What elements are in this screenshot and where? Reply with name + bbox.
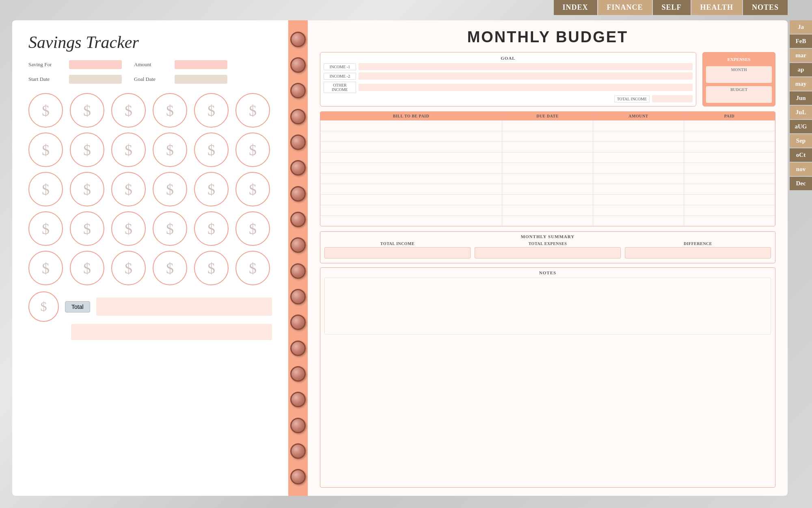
month-dec[interactable]: Dec [790, 177, 812, 190]
other-income-label: OTHER INCOME [324, 82, 356, 93]
budget-field[interactable] [707, 93, 771, 102]
dollar-circle[interactable]: $ [70, 93, 104, 128]
dollar-circle[interactable]: $ [28, 251, 63, 285]
dollar-circle[interactable]: $ [111, 251, 146, 285]
dollar-circle[interactable]: $ [111, 132, 146, 167]
total-button[interactable]: Total [65, 301, 90, 313]
start-date-label: Start Date [28, 76, 61, 82]
dollar-circle[interactable]: $ [153, 251, 187, 285]
bills-data-row [320, 184, 775, 194]
spiral-ring [290, 109, 306, 124]
saving-for-label: Saving For [28, 61, 61, 68]
month-oct[interactable]: oCt [790, 148, 812, 162]
bills-table: BILL TO BE PAID DUE DATE AMOUNT PAID [320, 111, 775, 226]
total-income-row: TOTAL INCOME [324, 95, 693, 102]
dollar-circle[interactable]: $ [28, 132, 63, 167]
monthly-summary-section: MONTHLY SUMMARY TOTAL INCOME TOTAL EXPEN… [320, 231, 775, 263]
tab-index[interactable]: INDEX [554, 0, 597, 15]
expenses-header: EXPENSES [706, 56, 772, 63]
other-income-row: OTHER INCOME [324, 82, 693, 93]
month-mar[interactable]: mar [790, 49, 812, 62]
month-feb[interactable]: FeB [790, 35, 812, 48]
dollar-circle[interactable]: $ [153, 93, 187, 128]
dollar-circle[interactable]: $ [153, 132, 187, 167]
goal-date-input[interactable] [175, 75, 227, 84]
dollar-circle[interactable]: $ [194, 132, 229, 167]
budget-label: BUDGET [707, 87, 771, 92]
dollar-circle[interactable]: $ [70, 132, 104, 167]
start-date-input[interactable] [69, 75, 122, 84]
total-row: $ Total [28, 291, 272, 322]
dollar-circle[interactable]: $ [194, 211, 229, 246]
amount-input[interactable] [175, 60, 227, 69]
tab-self[interactable]: SELF [653, 0, 691, 15]
savings-title: Savings Tracker [28, 33, 272, 52]
summary-difference-item: DIFFERENCE [625, 241, 771, 258]
bills-data-row [320, 141, 775, 152]
dollar-circle[interactable]: $ [28, 172, 63, 206]
dollar-circle[interactable]: $ [235, 251, 270, 285]
bills-data-row [320, 163, 775, 173]
month-jan[interactable]: Ja [790, 20, 812, 34]
dollar-circle[interactable]: $ [235, 132, 270, 167]
summary-total-expenses-field[interactable] [475, 247, 621, 258]
month-apr[interactable]: ap [790, 63, 812, 76]
total-amount-field[interactable] [71, 324, 272, 340]
summary-income-item: TOTAL INCOME [324, 241, 471, 258]
spiral-ring [290, 263, 306, 279]
dollar-circle[interactable]: $ [70, 211, 104, 246]
spiral-ring [290, 392, 306, 407]
month-may[interactable]: may [790, 77, 812, 91]
dollar-circle[interactable]: $ [70, 251, 104, 285]
other-income-field[interactable] [358, 84, 693, 91]
dollar-circle[interactable]: $ [111, 172, 146, 206]
spiral-ring [290, 366, 306, 382]
bills-data-row [320, 152, 775, 163]
dollar-circle[interactable]: $ [235, 211, 270, 246]
spiral-ring [290, 135, 306, 150]
month-field[interactable] [707, 73, 771, 82]
dollar-circle[interactable]: $ [194, 93, 229, 128]
tab-health[interactable]: HEALTH [691, 0, 742, 15]
spiral-ring [290, 83, 306, 98]
top-navigation: INDEX FINANCE SELF HEALTH NOTES [554, 0, 788, 15]
summary-difference-field[interactable] [625, 247, 771, 258]
month-jul[interactable]: JuL [790, 106, 812, 119]
dollar-circle[interactable]: $ [111, 93, 146, 128]
dollar-circle[interactable]: $ [235, 93, 270, 128]
dollar-circle[interactable]: $ [235, 172, 270, 206]
amount-label: Amount [134, 61, 166, 68]
dollar-circle[interactable]: $ [153, 172, 187, 206]
dollar-circle[interactable]: $ [111, 211, 146, 246]
total-bar [96, 297, 272, 316]
notes-title: NOTES [324, 270, 771, 275]
month-nov[interactable]: nov [790, 163, 812, 176]
dollar-circle[interactable]: $ [194, 251, 229, 285]
notes-textarea[interactable] [324, 278, 771, 334]
income-section: GOAL INCOME -1 INCOME -2 OTHER INCOME [320, 52, 696, 106]
saving-for-input[interactable] [69, 60, 122, 69]
spiral-ring [290, 237, 306, 253]
spiral-ring [290, 469, 306, 484]
tab-finance[interactable]: FINANCE [598, 0, 652, 15]
summary-total-income-label: TOTAL INCOME [324, 241, 471, 246]
total-income-field[interactable] [652, 95, 693, 102]
spiral-ring [290, 315, 306, 330]
total-dollar-circle[interactable]: $ [28, 291, 59, 322]
budget-top-section: GOAL INCOME -1 INCOME -2 OTHER INCOME [320, 52, 775, 106]
month-jun[interactable]: Jun [790, 91, 812, 105]
summary-total-income-field[interactable] [324, 247, 471, 258]
month-aug[interactable]: aUG [790, 120, 812, 133]
income-2-field[interactable] [358, 72, 693, 80]
dollar-circle[interactable]: $ [194, 172, 229, 206]
dollar-circle[interactable]: $ [28, 211, 63, 246]
dollar-circle[interactable]: $ [70, 172, 104, 206]
right-page: MONTHLY BUDGET GOAL INCOME -1 INCOME -2 [308, 20, 788, 496]
spiral-ring [290, 57, 306, 73]
income-1-field[interactable] [358, 63, 693, 70]
dollar-circle[interactable]: $ [153, 211, 187, 246]
dollar-circle[interactable]: $ [28, 93, 63, 128]
bills-col-due: DUE DATE [502, 112, 593, 120]
tab-notes[interactable]: NOTES [743, 0, 788, 15]
month-sep[interactable]: Sep [790, 134, 812, 148]
